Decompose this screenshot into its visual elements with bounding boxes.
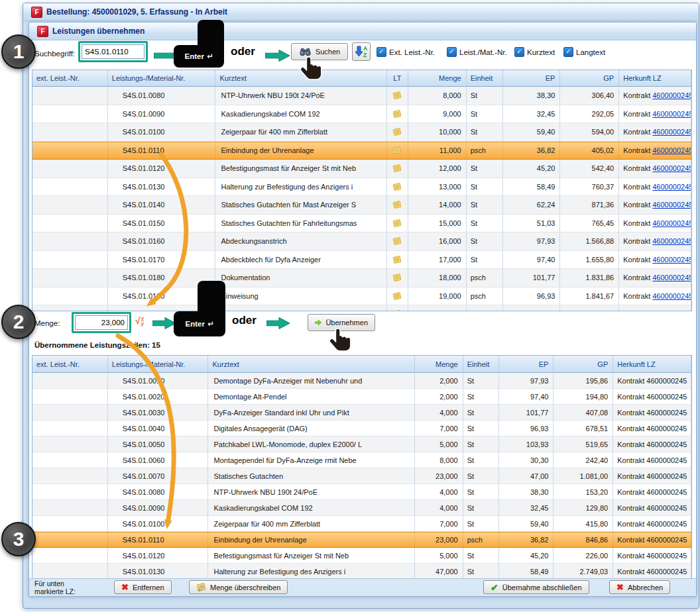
column-header-num[interactable]: GP	[560, 70, 619, 87]
uebernahme-abschliessen-button[interactable]: ✔ Übernahme abschließen	[483, 580, 589, 594]
column-header-ext[interactable]: ext. Leist.-Nr.	[32, 70, 108, 87]
column-header-herkunft[interactable]: Herkunft LZ	[619, 70, 691, 87]
table-row[interactable]: S4S.01.0160Abdeckungsanstrich16,000St97,…	[32, 232, 691, 251]
table-row[interactable]: S4S.01.0090Kaskadierungskabel COM 1924,0…	[32, 500, 691, 516]
kontrakt-link[interactable]: 4600000245	[652, 237, 691, 245]
herkunft-cell	[619, 305, 691, 311]
kontrakt-link[interactable]: 4600000245	[652, 219, 691, 227]
table-row[interactable]: S4S.01.0140Statisches Gutachten für Mast…	[32, 196, 691, 215]
column-header-nr[interactable]: Leistungs-/Material-Nr.	[108, 70, 216, 87]
table-row[interactable]: S4S.01.0100Zeigerpaar für 400 mm Zifferb…	[32, 123, 691, 142]
table-row-selected[interactable]: S4S.01.0110Einbindung der Uhrenanlage23,…	[32, 532, 691, 548]
kontrakt-link[interactable]: 4600000245	[652, 256, 691, 264]
note-icon	[392, 291, 402, 301]
kontrakt-link[interactable]: 4600000245	[652, 128, 691, 136]
herkunft-cell: Kontrakt 4600000245	[613, 405, 691, 421]
kontrakt-link[interactable]: 4600000245	[652, 201, 691, 209]
column-header-num[interactable]: EP	[503, 70, 561, 87]
menge-ueberschreiben-button[interactable]: Menge überschreiben	[189, 580, 288, 594]
checkbox-langtext[interactable]: ✓ Langtext	[563, 47, 605, 57]
table-row[interactable]: S4S.01.0170Abdeckblech für Dyfa Anzeiger…	[32, 251, 691, 270]
cell-num: 36,82	[503, 142, 561, 160]
sort-button[interactable]: AZ	[352, 42, 371, 61]
cell-num: 23,000	[415, 532, 463, 548]
column-header-lt[interactable]: LT	[387, 70, 408, 87]
table-row[interactable]: S4S.01.0080NTP-Uhrwerk NBU 190t 24/PoE4,…	[32, 484, 691, 500]
column-header-num[interactable]: GP	[554, 356, 613, 373]
column-header-nr[interactable]: Leistungs-/Material-Nr.	[108, 356, 209, 373]
dialog-title: Leistungen übernehmen	[52, 26, 145, 36]
checkbox-checked-icon[interactable]: ✓	[447, 47, 457, 57]
herkunft-cell: Kontrakt 4600000245	[613, 484, 691, 500]
column-header-einheit[interactable]: Einheit	[467, 70, 503, 87]
note-icon	[392, 200, 402, 209]
column-header-ext[interactable]: ext. Leist.-Nr.	[32, 356, 108, 373]
cell-num: 1.566,88	[560, 232, 619, 251]
table-row[interactable]: S4S.01.0180Dokumentation18,000psch101,77…	[32, 269, 691, 287]
table-row[interactable]: S4S.01.0130Halterung zur Befestigung des…	[32, 564, 691, 579]
herkunft-cell: Kontrakt 4600000245	[619, 87, 691, 105]
table-row[interactable]: S4S.01.0150Statisches Gutachten für Fahr…	[32, 215, 691, 233]
table-row[interactable]: S4S.01.0080NTP-Uhrwerk NBU 190t 24/PoE8,…	[32, 87, 691, 105]
column-header-num[interactable]: Menge	[408, 70, 467, 87]
checkbox-checked-icon[interactable]: ✓	[514, 47, 524, 57]
table-row[interactable]: S4S.01.0130Halterung zur Befestigung des…	[32, 178, 691, 197]
kontrakt-link[interactable]: 4600000245	[652, 274, 691, 281]
kontrakt-link[interactable]: 4600000245	[652, 146, 691, 154]
table-row-selected[interactable]: S4S.01.0110Einbindung der Uhrenanlage11,…	[32, 142, 691, 160]
checkbox-kurztext[interactable]: ✓ Kurztext	[514, 47, 555, 57]
cell-ext	[32, 287, 108, 306]
table-row[interactable]: S4S.01.0020Demontage Alt-Pendel2,000St97…	[32, 389, 691, 405]
table-row[interactable]: S4S.01.0190Einweisung19,000psch96,931.84…	[32, 287, 691, 306]
column-header-kurz[interactable]: Kurztext	[208, 356, 414, 373]
table-row[interactable]: S4S.01.0050Patchkabel LWL-Monomode, dupl…	[32, 436, 691, 452]
red-x-icon: ✖	[616, 582, 624, 592]
checkbox-ext-leist-nr[interactable]: ✓ Ext. Leist.-Nr.	[377, 47, 435, 57]
checkbox-label: Langtext	[576, 48, 605, 56]
table-row[interactable]: S4S.01.0120Befestigungsmast für Anzeiger…	[32, 548, 691, 564]
table-row[interactable]: S4S.01.0120Befestigungsmast für Anzeiger…	[32, 160, 691, 178]
herkunft-text: Kontrakt	[623, 91, 650, 99]
cell-nr: S4S.01.0130	[108, 564, 209, 579]
cell-ext	[32, 160, 108, 178]
dialog-titlebar[interactable]: F Leistungen übernehmen	[29, 23, 696, 40]
table-row[interactable]: S4S.01.0070Statisches Gutachten23,000St4…	[32, 468, 691, 484]
table-row[interactable]: S4S.01.0040Digitales Ansagegerät (DAG)7,…	[32, 421, 691, 436]
table-row[interactable]: S4S.01.0060Montagependel für DyFa-Anzeig…	[32, 452, 691, 468]
column-header-num[interactable]: EP	[499, 356, 554, 373]
note-icon	[392, 255, 402, 264]
cell-ext	[32, 452, 108, 468]
table-row[interactable]: S4S.01.0030DyFa-Anzeiger Standard inkl U…	[32, 405, 691, 421]
column-header-einheit[interactable]: Einheit	[463, 356, 499, 373]
column-header-num[interactable]: Menge	[415, 356, 463, 373]
search-input[interactable]	[82, 44, 145, 59]
cell-ext	[32, 468, 108, 484]
kontrakt-link[interactable]: 4600000245	[652, 164, 691, 172]
kontrakt-link[interactable]: 4600000245	[652, 292, 691, 300]
return-arrow-icon: ↵	[207, 319, 214, 329]
cell-ext	[32, 87, 108, 105]
menge-input[interactable]	[75, 315, 128, 330]
entfernen-button[interactable]: ✖ Entfernen	[114, 580, 172, 594]
kontrakt-link[interactable]: 4600000245	[652, 183, 691, 191]
cell-num: 292,05	[560, 105, 619, 124]
table-header-row: ext. Leist.-Nr.Leistungs-/Material-Nr.Ku…	[32, 70, 691, 87]
herkunft-text: Kontrakt	[623, 274, 650, 281]
green-arrow-icon	[266, 317, 290, 330]
kontrakt-link[interactable]: 4600000245	[652, 91, 691, 99]
table-row[interactable]	[32, 305, 691, 311]
checkbox-leist-mat-nr[interactable]: ✓ Leist./Mat.-Nr.	[447, 47, 507, 57]
table-row[interactable]: S4S.01.0100Zeigerpaar für 400 mm Zifferb…	[32, 516, 691, 532]
lt-cell	[387, 123, 408, 142]
table-row[interactable]: S4S.01.0010Demontage DyFa-Anzeiger mit N…	[32, 373, 691, 389]
svg-text:A: A	[363, 45, 367, 52]
kontrakt-link[interactable]: 4600000245	[652, 110, 691, 118]
bestellung-titlebar[interactable]: F Bestellung: 4500001029, 5. Erfassung -…	[23, 3, 699, 21]
cell-nr: S4S.01.0070	[108, 468, 209, 484]
checkbox-checked-icon[interactable]: ✓	[377, 47, 386, 57]
checkbox-checked-icon[interactable]: ✓	[563, 47, 573, 57]
column-header-herkunft[interactable]: Herkunft LZ	[613, 356, 691, 373]
abbrechen-button[interactable]: ✖ Abbrechen	[609, 580, 670, 594]
cell-einheit	[467, 305, 503, 311]
table-row[interactable]: S4S.01.0090Kaskadierungskabel COM 1929,0…	[32, 105, 691, 124]
